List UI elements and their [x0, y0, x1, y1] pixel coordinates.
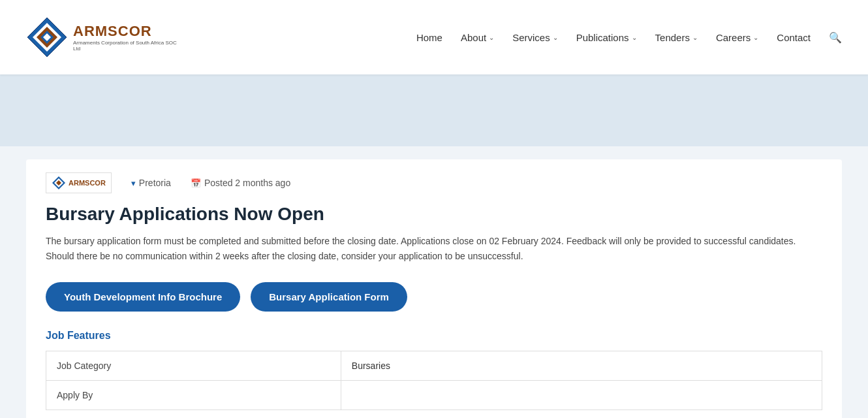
table-value-bursaries: Bursaries [341, 351, 822, 381]
brand-subtitle: Armaments Corporation of South Africa SO… [73, 40, 178, 52]
table-row-partial: Apply By [46, 381, 822, 410]
nav-item-contact[interactable]: Contact [777, 32, 811, 43]
nav-link-tenders[interactable]: Tenders ⌄ [655, 32, 698, 43]
company-logo-icon [52, 176, 66, 190]
company-logo-text: ARMSCOR [69, 179, 106, 187]
table-value-apply-by [341, 381, 822, 410]
nav-search[interactable]: 🔍 [829, 31, 842, 44]
nav-item-home[interactable]: Home [416, 32, 442, 43]
search-icon[interactable]: 🔍 [829, 32, 842, 43]
nav-link-services[interactable]: Services ⌄ [512, 32, 558, 43]
careers-chevron-icon: ⌄ [753, 34, 758, 41]
brand-name: ARMSCOR [73, 23, 178, 40]
logo-text: ARMSCOR Armaments Corporation of South A… [73, 23, 178, 52]
nav-link-publications[interactable]: Publications ⌄ [576, 32, 637, 43]
about-chevron-icon: ⌄ [489, 34, 494, 41]
posted-text: Posted 2 months ago [204, 178, 290, 188]
publications-chevron-icon: ⌄ [632, 34, 637, 41]
nav-item-tenders[interactable]: Tenders ⌄ [655, 32, 698, 43]
main-content: ARMSCOR ▾ Pretoria 📅 Posted 2 months ago… [0, 146, 868, 418]
meta-row: ARMSCOR ▾ Pretoria 📅 Posted 2 months ago [46, 172, 822, 193]
features-table: Job Category Bursaries Apply By [46, 351, 822, 410]
location-text: Pretoria [139, 178, 171, 188]
nav-link-about[interactable]: About ⌄ [461, 32, 494, 43]
hero-band [0, 74, 868, 146]
services-chevron-icon: ⌄ [553, 34, 558, 41]
nav-item-careers[interactable]: Careers ⌄ [716, 32, 758, 43]
logo-area: ARMSCOR Armaments Corporation of South A… [26, 16, 178, 58]
nav-link-contact[interactable]: Contact [777, 32, 811, 43]
nav-item-publications[interactable]: Publications ⌄ [576, 32, 637, 43]
navbar: ARMSCOR Armaments Corporation of South A… [0, 0, 868, 74]
nav-link-careers[interactable]: Careers ⌄ [716, 32, 758, 43]
bursary-form-button[interactable]: Bursary Application Form [251, 282, 407, 312]
table-row: Job Category Bursaries [46, 351, 822, 381]
nav-links: Home About ⌄ Services ⌄ Publications ⌄ T… [416, 31, 842, 44]
armscor-logo-icon [26, 16, 68, 58]
job-features-title: Job Features [46, 330, 822, 342]
table-key-apply-by: Apply By [46, 381, 341, 410]
pin-icon: ▾ [131, 178, 136, 188]
button-row: Youth Development Info Brochure Bursary … [46, 282, 822, 312]
calendar-icon: 📅 [191, 178, 201, 188]
table-key-job-category: Job Category [46, 351, 341, 381]
nav-item-services[interactable]: Services ⌄ [512, 32, 558, 43]
company-logo: ARMSCOR [46, 172, 112, 193]
meta-location: ▾ Pretoria [131, 178, 171, 188]
nav-link-home[interactable]: Home [416, 32, 442, 43]
job-title: Bursary Applications Now Open [46, 204, 822, 225]
tenders-chevron-icon: ⌄ [692, 34, 698, 41]
job-card: ARMSCOR ▾ Pretoria 📅 Posted 2 months ago… [26, 159, 842, 418]
youth-brochure-button[interactable]: Youth Development Info Brochure [46, 282, 240, 312]
nav-item-about[interactable]: About ⌄ [461, 32, 494, 43]
meta-posted: 📅 Posted 2 months ago [191, 178, 290, 188]
job-description: The bursary application form must be com… [46, 234, 816, 264]
